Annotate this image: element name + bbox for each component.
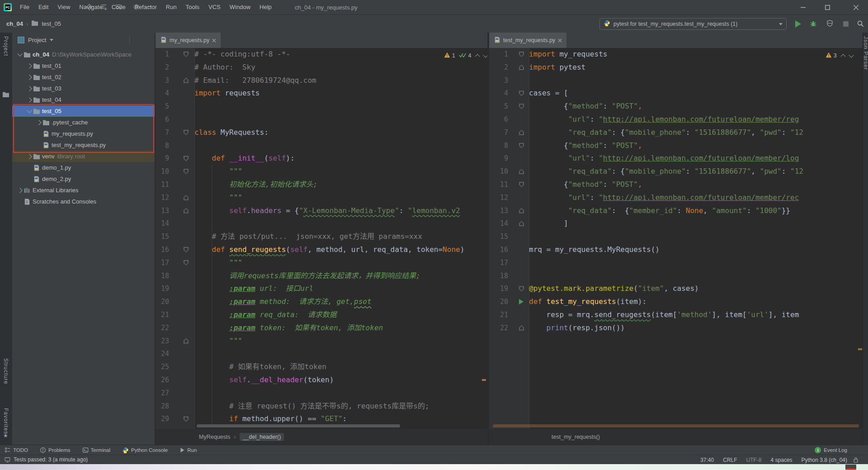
status-widget-37-40[interactable]: 37:40 <box>700 457 714 463</box>
left-editor-inspections-widget[interactable]: 1 4 <box>444 51 487 61</box>
expand-all-button[interactable] <box>100 4 107 12</box>
tab-test-my-requests[interactable]: test_my_requests.py <box>489 33 566 48</box>
debug-button[interactable] <box>807 18 819 30</box>
right-editor-hscrollbar[interactable] <box>493 424 859 427</box>
tree-item-test-03[interactable]: test_03 <box>12 83 155 94</box>
breadcrumb-function[interactable]: test_my_requests() <box>552 434 600 440</box>
fold-marker-icon[interactable] <box>184 247 189 252</box>
fold-marker-icon[interactable] <box>184 78 189 83</box>
fold-marker-icon[interactable] <box>519 169 524 174</box>
code-line[interactable]: def __init__(self): <box>194 152 295 165</box>
fold-marker-icon[interactable] <box>184 169 189 174</box>
gear-icon[interactable] <box>133 4 140 12</box>
code-line[interactable]: # 方法 post/put... json=xxx, get方法用 params… <box>194 230 422 243</box>
maximize-button[interactable] <box>816 0 838 14</box>
error-stripe-mark[interactable] <box>482 379 486 381</box>
menu-help[interactable]: Help <box>255 0 276 14</box>
chevron-right-icon[interactable] <box>35 121 42 124</box>
collapse-all-button[interactable] <box>115 4 122 12</box>
menu-tools[interactable]: Tools <box>181 0 204 14</box>
fold-marker-icon[interactable] <box>184 338 189 344</box>
code-line[interactable]: "req_data": {"mobile_phone": "1516188667… <box>529 165 803 178</box>
menu-view[interactable]: View <box>53 0 75 14</box>
tree-item-test-01[interactable]: test_01 <box>12 60 155 71</box>
code-line[interactable]: # 注意 request() 方法是不带s的, requests库是带s的; <box>194 400 429 413</box>
code-line[interactable]: cases = [ <box>529 87 568 100</box>
code-line[interactable]: self.headers = {"X-Lemonban-Media-Type":… <box>194 204 460 218</box>
code-line[interactable]: # 如果有token, 添加token <box>194 361 326 374</box>
code-line[interactable]: :param req_data: 请求数据 <box>194 309 336 322</box>
folder-icon[interactable] <box>2 91 9 99</box>
tab-my-requests[interactable]: my_requests.py <box>156 33 221 48</box>
chevron-right-icon[interactable] <box>25 155 33 158</box>
code-line[interactable]: {"method": "POST", <box>529 178 642 191</box>
fold-marker-icon[interactable] <box>519 182 524 187</box>
code-line[interactable]: """ <box>194 165 242 178</box>
tool-window-button-run[interactable]: Run <box>179 447 197 453</box>
menu-file[interactable]: File <box>15 0 34 14</box>
chevron-right-icon[interactable] <box>25 64 33 68</box>
code-line[interactable]: {"method": "POST", <box>529 100 642 113</box>
menu-edit[interactable]: Edit <box>34 0 53 14</box>
tree-item-scratches-and-consoles[interactable]: Scratches and Consoles <box>12 196 155 207</box>
code-line[interactable]: self.__del_header(token) <box>194 374 334 387</box>
code-line[interactable]: def send_reugests(self, method, url, req… <box>194 243 464 256</box>
status-widget-crlf[interactable]: CRLF <box>723 457 737 463</box>
right-editor-inspections-widget[interactable]: 3 <box>826 51 853 61</box>
chevron-right-icon[interactable] <box>25 76 33 79</box>
next-problem-icon[interactable] <box>849 52 854 57</box>
project-panel-title[interactable]: Project <box>28 37 46 43</box>
hide-panel-button[interactable] <box>146 4 152 11</box>
fold-marker-icon[interactable] <box>519 286 524 291</box>
fold-marker-icon[interactable] <box>184 260 189 266</box>
fold-marker-icon[interactable] <box>184 195 189 200</box>
code-line[interactable]: "req_data": {"member_id": None, "amount"… <box>529 204 790 218</box>
tree-item-demo-1-py[interactable]: demo_1.py <box>12 162 155 173</box>
code-line[interactable]: @pytest.mark.parametrize("item", cases) <box>529 282 699 295</box>
lock-icon[interactable] <box>854 457 858 464</box>
code-line[interactable]: print(resp.json()) <box>529 322 625 335</box>
fold-marker-icon[interactable] <box>184 130 189 135</box>
code-line[interactable]: """ <box>194 256 242 270</box>
tool-window-button-favorites[interactable]: Favorites <box>3 408 9 434</box>
menu-vcs[interactable]: VCS <box>204 0 225 14</box>
minimize-button[interactable] <box>792 0 814 14</box>
code-line[interactable]: resp = mrq.send_reugests(item['method'],… <box>529 309 799 322</box>
left-editor-code[interactable]: # -*- coding:utf-8 -*-# Author: Sky# Ema… <box>194 48 487 429</box>
tree-item-pytest-cache[interactable]: .pytest_cache <box>12 117 155 128</box>
fold-marker-icon[interactable] <box>519 65 524 70</box>
code-line[interactable]: """ <box>194 191 242 204</box>
close-button[interactable] <box>844 0 868 14</box>
status-widget-4-spaces[interactable]: 4 spaces <box>771 457 793 463</box>
fold-marker-icon[interactable] <box>519 221 524 226</box>
fold-marker-icon[interactable] <box>184 208 189 214</box>
code-line[interactable]: mrq = my_requests.MyRequests() <box>529 243 660 256</box>
previous-problem-icon[interactable] <box>475 54 480 59</box>
event-log-button[interactable]: 1 Event Log <box>815 447 847 453</box>
status-widget-python-3-8-ch-04-[interactable]: Python 3.8 (ch_04) <box>802 457 847 463</box>
search-everywhere-button[interactable] <box>854 18 866 30</box>
fold-marker-icon[interactable] <box>519 52 524 57</box>
tree-item-test-04[interactable]: test_04 <box>12 94 155 105</box>
code-line[interactable]: """ <box>194 335 242 348</box>
tree-item-external-libraries[interactable]: External Libraries <box>12 185 155 196</box>
tool-window-button-json-parser[interactable]: Json Parser <box>863 36 868 70</box>
fold-marker-icon[interactable] <box>519 143 524 148</box>
tree-item-my-requests-py[interactable]: my_requests.py <box>12 128 155 139</box>
code-line[interactable]: :param method: 请求方法, get,psot <box>194 295 372 309</box>
close-tab-icon[interactable] <box>558 38 562 43</box>
fold-marker-icon[interactable] <box>519 90 524 96</box>
fold-marker-icon[interactable] <box>184 416 189 422</box>
stop-button[interactable] <box>840 18 852 30</box>
code-line[interactable]: import requests <box>194 87 260 100</box>
chevron-down-icon[interactable] <box>25 110 33 112</box>
fold-marker-icon[interactable] <box>184 52 189 57</box>
code-line[interactable]: # Email: 2780619724@qq.com <box>194 74 316 87</box>
menu-window[interactable]: Window <box>225 0 255 14</box>
run-configuration-select[interactable]: pytest for test_my_requests.test_my_requ… <box>599 18 787 30</box>
fold-marker-icon[interactable] <box>519 104 524 109</box>
run-button[interactable] <box>792 18 804 30</box>
chevron-right-icon[interactable] <box>25 98 33 102</box>
star-icon[interactable]: ★ <box>3 432 8 439</box>
tree-item-demo-2-py[interactable]: demo_2.py <box>12 173 155 185</box>
